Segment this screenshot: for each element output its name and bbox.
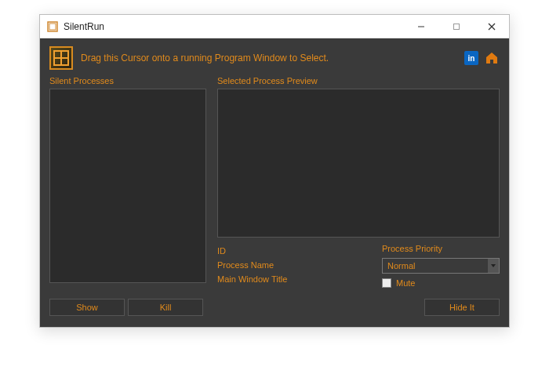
selected-preview-label: Selected Process Preview: [217, 76, 500, 85]
id-label: ID: [217, 244, 374, 258]
show-button[interactable]: Show: [49, 299, 125, 316]
main-grid: Silent Processes Selected Process Previe…: [49, 76, 500, 288]
kill-button-label: Kill: [160, 303, 172, 312]
hint-text: Drag this Cursor onto a running Program …: [81, 53, 456, 64]
app-window: SilentRun Drag this Cursor onto a run: [39, 14, 510, 328]
kill-button[interactable]: Kill: [128, 299, 203, 316]
titlebar: SilentRun: [40, 15, 509, 38]
header-links: in: [464, 50, 500, 66]
client-area: Drag this Cursor onto a running Program …: [40, 38, 509, 327]
show-button-label: Show: [76, 303, 98, 312]
linkedin-icon[interactable]: in: [464, 50, 479, 66]
svg-rect-3: [453, 24, 459, 29]
svg-text:in: in: [468, 54, 475, 63]
priority-value: Normal: [387, 261, 415, 270]
process-priority-dropdown[interactable]: Normal: [382, 258, 500, 274]
app-icon: [46, 20, 59, 33]
hide-it-button-label: Hide It: [449, 303, 474, 312]
close-button[interactable]: [474, 15, 509, 38]
spacer: [206, 299, 421, 316]
silent-processes-label: Silent Processes: [49, 76, 206, 85]
home-icon[interactable]: [484, 50, 500, 66]
minimize-button[interactable]: [403, 15, 438, 38]
process-priority-label: Process Priority: [382, 244, 500, 256]
hide-it-button[interactable]: Hide It: [424, 299, 500, 316]
top-row: Drag this Cursor onto a running Program …: [49, 46, 500, 70]
left-column: Silent Processes: [49, 76, 206, 288]
right-column: Selected Process Preview ID Process Name…: [217, 76, 500, 288]
window-title: SilentRun: [64, 21, 403, 32]
info-left: ID Process Name Main Window Title: [217, 244, 374, 288]
info-right: Process Priority Normal Mute: [382, 244, 500, 288]
maximize-button[interactable]: [438, 15, 474, 38]
process-preview-box[interactable]: [217, 89, 500, 238]
window-target-cursor-icon[interactable]: [49, 46, 73, 70]
silent-processes-list[interactable]: [49, 89, 206, 283]
process-name-label: Process Name: [217, 258, 374, 272]
mute-checkbox[interactable]: [382, 278, 391, 288]
main-window-title-label: Main Window Title: [217, 272, 374, 286]
info-grid: ID Process Name Main Window Title Proces…: [217, 244, 500, 288]
window-controls: [403, 15, 509, 38]
button-row: Show Kill Hide It: [49, 299, 500, 316]
mute-row: Mute: [382, 278, 500, 288]
svg-rect-1: [49, 24, 56, 30]
mute-label: Mute: [396, 278, 415, 288]
chevron-down-icon: [488, 259, 499, 273]
